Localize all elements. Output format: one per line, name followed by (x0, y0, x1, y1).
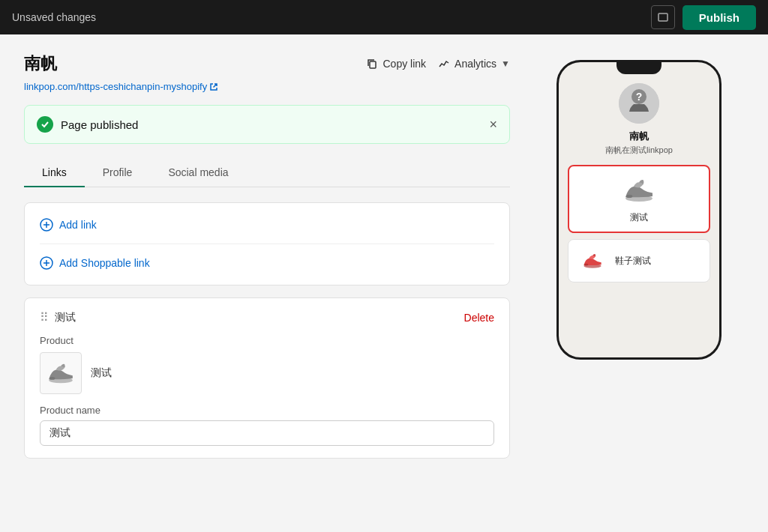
tab-social-media[interactable]: Social media (150, 159, 246, 187)
product-title-row: ⠿ 测试 (40, 310, 76, 324)
avatar-placeholder-icon: ? (619, 83, 659, 124)
svg-point-9 (50, 377, 56, 380)
phone-content: ? 南帆 南帆在测试linkpop (559, 74, 719, 299)
add-shoppable-label: Add Shoppable link (59, 257, 150, 269)
notification-banner: Page published × (24, 105, 510, 144)
svg-point-14 (626, 195, 633, 198)
add-shoppable-link-button[interactable]: Add Shoppable link (40, 253, 150, 273)
add-link-label: Add link (59, 219, 97, 231)
product-thumbnail (40, 352, 82, 394)
product-card-title: 测试 (55, 311, 76, 324)
drag-handle-icon[interactable]: ⠿ (40, 310, 49, 324)
phone-frame: ? 南帆 南帆在测试linkpop (556, 60, 722, 360)
phone-shoe-image-selected (622, 177, 656, 204)
product-card-header: ⠿ 测试 Delete (40, 310, 494, 324)
phone-notch (616, 62, 662, 74)
phone-selected-product-name: 测试 (630, 211, 648, 224)
notification-text: Page published (61, 118, 138, 131)
phone-normal-product-card: 鞋子测试 (568, 239, 710, 282)
preview-button[interactable] (651, 5, 675, 29)
svg-rect-1 (370, 61, 376, 68)
shoe-image (46, 361, 75, 385)
header-actions: Copy link Analytics ▼ (366, 58, 510, 70)
phone-shop-sub: 南帆在测试linkpop (568, 145, 710, 156)
copy-icon (366, 58, 378, 70)
top-bar-actions: Publish (651, 5, 756, 30)
top-bar: Unsaved changes Publish (0, 0, 768, 34)
page-url-text: linkpop.com/https-ceshichanpin-myshopify (24, 81, 207, 92)
analytics-dropdown-arrow: ▼ (501, 58, 510, 69)
external-link-icon (209, 82, 218, 91)
notification-close-button[interactable]: × (489, 118, 497, 131)
analytics-label: Analytics (454, 58, 496, 70)
card-separator (40, 244, 494, 244)
delete-button[interactable]: Delete (464, 312, 494, 324)
left-panel: 南帆 Copy link Analytics ▼ (24, 52, 510, 459)
add-link-button[interactable]: Add link (40, 215, 97, 235)
right-panel: ? 南帆 南帆在测试linkpop (534, 60, 744, 459)
phone-selected-thumb (622, 174, 656, 207)
phone-shop-name: 南帆 (568, 130, 710, 143)
success-icon (37, 116, 53, 133)
svg-rect-0 (658, 13, 668, 21)
product-name-display: 测试 (91, 366, 112, 380)
tabs-bar: Links Profile Social media (24, 159, 510, 187)
header-row: 南帆 Copy link Analytics ▼ (24, 52, 510, 75)
analytics-icon (438, 58, 450, 70)
publish-button[interactable]: Publish (682, 5, 756, 30)
tab-profile[interactable]: Profile (85, 159, 151, 187)
phone-normal-thumb (578, 246, 608, 276)
phone-normal-product-name: 鞋子测试 (615, 255, 651, 267)
page-title: 南帆 (24, 52, 57, 75)
phone-avatar: ? (619, 83, 659, 124)
phone-selected-product-card: 测试 (568, 165, 710, 233)
notification-content: Page published (37, 116, 138, 133)
product-name-label: Product name (40, 405, 494, 416)
copy-link-button[interactable]: Copy link (366, 58, 426, 70)
product-card: ⠿ 测试 Delete Product 测试 (24, 297, 510, 459)
product-name-input[interactable] (40, 420, 494, 446)
unsaved-changes-label: Unsaved changes (12, 11, 96, 23)
page-url-link[interactable]: linkpop.com/https-ceshichanpin-myshopify (24, 81, 218, 92)
page-title-group: 南帆 (24, 52, 57, 75)
product-row: 测试 (40, 352, 494, 394)
product-section-label: Product (40, 335, 494, 346)
svg-point-16 (584, 264, 589, 266)
add-link-card: Add link Add Shoppable link (24, 202, 510, 285)
phone-shoe-image-normal (582, 252, 603, 270)
analytics-button[interactable]: Analytics ▼ (438, 58, 510, 70)
main-content: 南帆 Copy link Analytics ▼ (0, 34, 768, 477)
add-shoppable-icon (40, 256, 53, 270)
copy-link-label: Copy link (382, 58, 426, 70)
tab-links[interactable]: Links (24, 159, 85, 187)
add-link-icon (40, 218, 53, 232)
svg-text:?: ? (636, 91, 643, 103)
